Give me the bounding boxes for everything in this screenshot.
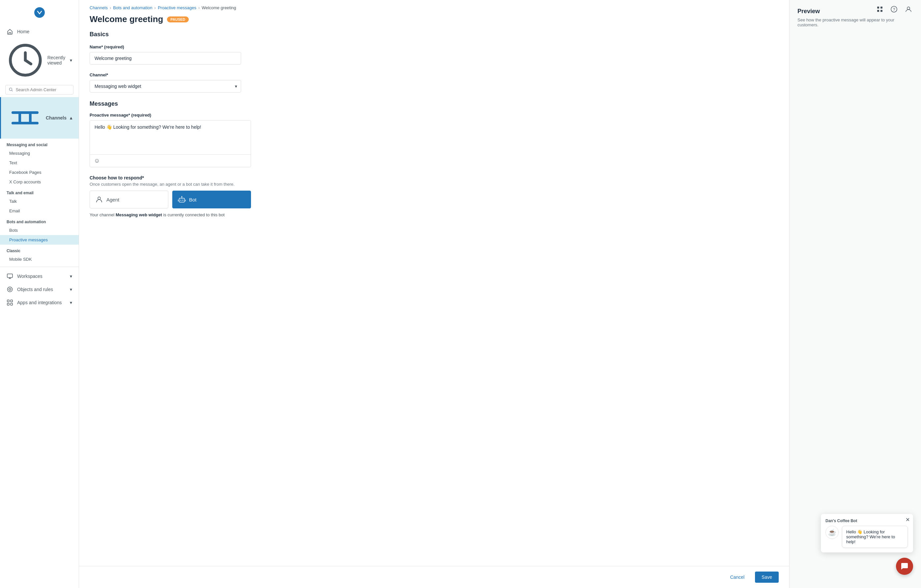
home-icon <box>7 28 13 35</box>
respond-options: Agent Bot <box>89 191 251 208</box>
channel-label: Channel* <box>89 72 779 77</box>
sidebar-item-messaging[interactable]: Messaging <box>0 148 79 158</box>
chat-bot-name: Dan's Coffee Bot <box>825 518 908 523</box>
svg-text:?: ? <box>893 7 895 12</box>
channel-select-wrapper: Messaging web widget ▾ <box>89 80 241 93</box>
sidebar-item-email[interactable]: Email <box>0 206 79 216</box>
top-header: ? <box>867 0 921 20</box>
proactive-message-form-group: Proactive message* (required) Hello 👋 Lo… <box>89 113 779 167</box>
channel-form-group: Channel* Messaging web widget ▾ <box>89 72 779 93</box>
svg-rect-1 <box>880 6 882 8</box>
search-box <box>5 85 73 94</box>
sidebar-item-proactive-messages[interactable]: Proactive messages <box>0 235 79 245</box>
chat-message-row: ☕ Hello 👋 Looking for something? We're h… <box>825 526 908 548</box>
sidebar-item-recently-viewed[interactable]: Recently viewed ▾ <box>0 38 79 82</box>
save-button[interactable]: Save <box>755 572 779 583</box>
preview-chat-area: ✕ Dan's Coffee Bot ☕ Hello 👋 Looking for… <box>797 38 913 580</box>
sidebar-item-home[interactable]: Home <box>0 25 79 38</box>
chat-avatar: ☕ <box>825 526 839 539</box>
chat-launcher[interactable] <box>896 558 913 575</box>
preview-panel: Preview See how the proactive message wi… <box>789 0 921 588</box>
sidebar: Home Recently viewed ▾ Channels ▴ Messag… <box>0 0 79 588</box>
svg-rect-9 <box>7 274 13 278</box>
channels-chevron: ▴ <box>70 115 72 120</box>
svg-rect-3 <box>880 10 882 12</box>
apps-integrations-label: Apps and integrations <box>17 300 62 305</box>
breadcrumb-bots-automation[interactable]: Bots and automation <box>113 5 152 10</box>
page-title: Welcome greeting <box>89 14 163 24</box>
bots-automation-group-title: Bots and automation <box>0 216 79 226</box>
recently-viewed-chevron: ▾ <box>70 58 72 63</box>
sidebar-item-xcorp[interactable]: X Corp accounts <box>0 177 79 187</box>
sidebar-item-objects-rules[interactable]: Objects and rules ▾ <box>0 283 79 296</box>
status-badge: Paused <box>167 16 189 23</box>
svg-rect-12 <box>7 300 9 302</box>
breadcrumb-sep-2: › <box>155 5 156 10</box>
user-icon-button[interactable] <box>904 5 913 15</box>
sidebar-item-apps-integrations[interactable]: Apps and integrations ▾ <box>0 296 79 309</box>
classic-group-title: Classic <box>0 245 79 255</box>
breadcrumb-proactive-messages[interactable]: Proactive messages <box>158 5 196 10</box>
channel-select[interactable]: Messaging web widget <box>89 80 241 93</box>
breadcrumb-sep-1: › <box>110 5 111 10</box>
messages-title: Messages <box>89 101 779 107</box>
svg-rect-2 <box>877 10 879 12</box>
chat-close-button[interactable]: ✕ <box>906 517 910 523</box>
objects-rules-chevron: ▾ <box>70 287 72 292</box>
svg-point-10 <box>8 287 13 292</box>
cancel-button[interactable]: Cancel <box>723 572 751 583</box>
chat-launcher-icon <box>900 562 909 570</box>
objects-rules-label: Objects and rules <box>17 287 53 292</box>
sidebar-item-channels[interactable]: Channels ▴ <box>0 97 79 139</box>
sidebar-item-facebook[interactable]: Facebook Pages <box>0 167 79 177</box>
workspaces-label: Workspaces <box>17 274 42 279</box>
sidebar-item-workspaces[interactable]: Workspaces ▾ <box>0 270 79 283</box>
page-header: Welcome greeting Paused <box>79 13 789 31</box>
search-input[interactable] <box>15 87 70 92</box>
breadcrumb-current: Welcome greeting <box>202 5 236 10</box>
agent-button[interactable]: Agent <box>89 191 168 208</box>
svg-point-6 <box>907 7 910 10</box>
objects-rules-icon <box>7 286 13 293</box>
search-container <box>0 82 79 97</box>
respond-title: Choose how to respond* <box>89 175 779 180</box>
proactive-message-textarea[interactable]: Hello 👋 Looking for something? We're her… <box>90 120 251 153</box>
name-input[interactable] <box>89 52 241 65</box>
main-area: Channels › Bots and automation › Proacti… <box>79 0 921 588</box>
svg-rect-0 <box>877 6 879 8</box>
respond-section: Choose how to respond* Once customers op… <box>89 175 779 217</box>
sidebar-item-mobile-sdk[interactable]: Mobile SDK <box>0 255 79 264</box>
bot-icon <box>178 196 186 203</box>
home-label: Home <box>17 29 29 34</box>
help-icon-button[interactable]: ? <box>889 5 898 15</box>
name-form-group: Name* (required) <box>89 44 779 65</box>
bot-label: Bot <box>189 197 197 203</box>
basics-section-title: Basics <box>89 31 779 38</box>
svg-point-18 <box>181 200 182 201</box>
channels-label: Channels <box>46 115 67 120</box>
agent-label: Agent <box>106 197 119 203</box>
workspaces-icon <box>7 273 13 279</box>
sidebar-item-text[interactable]: Text <box>0 158 79 167</box>
sidebar-item-bots[interactable]: Bots <box>0 226 79 235</box>
proactive-message-label: Proactive message* (required) <box>89 113 779 117</box>
svg-point-19 <box>182 200 184 201</box>
content-area: Channels › Bots and automation › Proacti… <box>79 0 789 588</box>
apps-integrations-chevron: ▾ <box>70 300 72 305</box>
svg-point-11 <box>9 288 11 291</box>
form-section: Basics Name* (required) Channel* Messagi… <box>79 31 789 566</box>
bot-button[interactable]: Bot <box>172 191 251 208</box>
chat-bubble: Hello 👋 Looking for something? We're her… <box>842 526 908 548</box>
recently-viewed-label: Recently viewed <box>47 55 67 65</box>
messages-section: Messages Proactive message* (required) H… <box>89 101 779 217</box>
emoji-button[interactable]: ☺ <box>94 158 100 164</box>
footer-bar: Cancel Save <box>79 566 789 588</box>
logo <box>0 0 79 25</box>
breadcrumb-channels[interactable]: Channels <box>89 5 108 10</box>
breadcrumb-sep-3: › <box>198 5 200 10</box>
sidebar-item-talk[interactable]: Talk <box>0 197 79 206</box>
search-icon <box>9 87 13 92</box>
grid-icon-button[interactable] <box>875 5 884 15</box>
messaging-social-group-title: Messaging and social <box>0 139 79 148</box>
svg-point-16 <box>98 197 101 200</box>
